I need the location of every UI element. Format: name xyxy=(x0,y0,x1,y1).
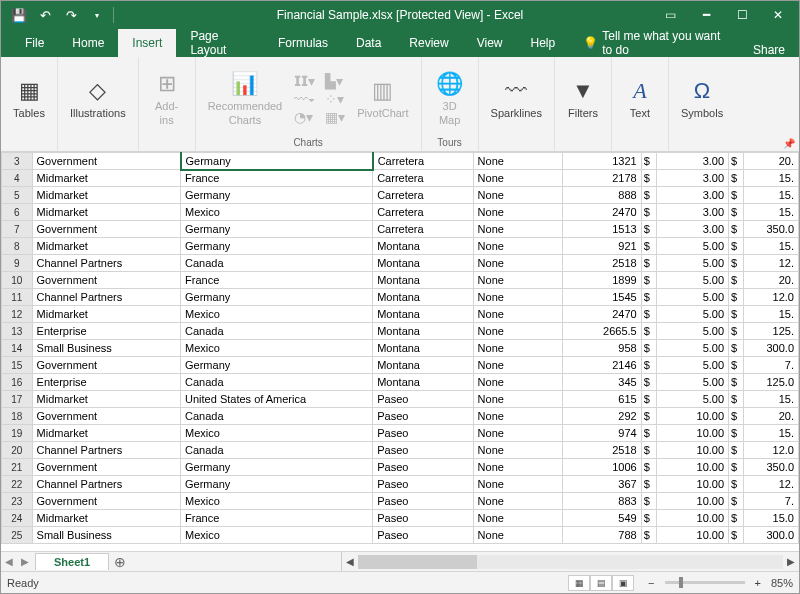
cell[interactable]: None xyxy=(473,221,563,238)
row-header[interactable]: 14 xyxy=(2,340,33,357)
cell[interactable]: $ xyxy=(641,221,656,238)
cell[interactable]: $ xyxy=(729,238,744,255)
row-header[interactable]: 20 xyxy=(2,442,33,459)
share-button[interactable]: Share xyxy=(739,43,799,57)
cell[interactable]: France xyxy=(181,272,373,289)
cell[interactable]: Midmarket xyxy=(32,510,180,527)
cell[interactable]: 2470 xyxy=(563,204,642,221)
cell[interactable]: $ xyxy=(641,187,656,204)
row-header[interactable]: 24 xyxy=(2,510,33,527)
cell[interactable]: 615 xyxy=(563,391,642,408)
row-header[interactable]: 11 xyxy=(2,289,33,306)
row-header[interactable]: 22 xyxy=(2,476,33,493)
cell[interactable]: Paseo xyxy=(373,442,473,459)
cell[interactable]: $ xyxy=(641,493,656,510)
table-row[interactable]: 20Channel PartnersCanadaPaseoNone2518$10… xyxy=(2,442,799,459)
cell[interactable]: Germany xyxy=(181,153,373,170)
row-header[interactable]: 18 xyxy=(2,408,33,425)
cell[interactable]: 5.00 xyxy=(657,238,729,255)
cell[interactable]: Montana xyxy=(373,306,473,323)
cell[interactable]: Carretera xyxy=(373,153,473,170)
cell[interactable]: $ xyxy=(641,238,656,255)
cell[interactable]: Canada xyxy=(181,323,373,340)
cell[interactable]: $ xyxy=(729,289,744,306)
cell[interactable]: 5.00 xyxy=(657,272,729,289)
cell[interactable]: $ xyxy=(641,357,656,374)
text-button[interactable]: A Text xyxy=(618,73,662,124)
row-header[interactable]: 5 xyxy=(2,187,33,204)
cell[interactable]: Carretera xyxy=(373,170,473,187)
cell[interactable]: 350.0 xyxy=(744,459,799,476)
cell[interactable]: 15. xyxy=(744,306,799,323)
cell[interactable]: Germany xyxy=(181,238,373,255)
cell[interactable]: $ xyxy=(641,204,656,221)
table-row[interactable]: 12MidmarketMexicoMontanaNone2470$5.00$15… xyxy=(2,306,799,323)
cell[interactable]: $ xyxy=(729,510,744,527)
cell[interactable]: 15. xyxy=(744,238,799,255)
cell[interactable]: 125.0 xyxy=(744,374,799,391)
cell[interactable]: Government xyxy=(32,153,180,170)
cell[interactable]: Carretera xyxy=(373,221,473,238)
ribbon-collapse-icon[interactable]: 📌 xyxy=(783,138,795,149)
cell[interactable]: Carretera xyxy=(373,204,473,221)
cell[interactable]: France xyxy=(181,510,373,527)
cell[interactable]: 2665.5 xyxy=(563,323,642,340)
cell[interactable]: 20. xyxy=(744,408,799,425)
cell[interactable]: $ xyxy=(729,187,744,204)
cell[interactable]: 345 xyxy=(563,374,642,391)
cell[interactable]: 1513 xyxy=(563,221,642,238)
cell[interactable]: $ xyxy=(641,255,656,272)
tab-formulas[interactable]: Formulas xyxy=(264,29,342,57)
cell[interactable]: $ xyxy=(641,527,656,544)
cell[interactable]: 292 xyxy=(563,408,642,425)
cell[interactable]: None xyxy=(473,442,563,459)
row-header[interactable]: 13 xyxy=(2,323,33,340)
cell[interactable]: Montana xyxy=(373,374,473,391)
cell[interactable]: $ xyxy=(729,323,744,340)
table-row[interactable]: 4MidmarketFranceCarreteraNone2178$3.00$1… xyxy=(2,170,799,187)
table-row[interactable]: 24MidmarketFrancePaseoNone549$10.00$15.0 xyxy=(2,510,799,527)
cell[interactable]: None xyxy=(473,425,563,442)
spreadsheet-grid[interactable]: 3GovernmentGermanyCarreteraNone1321$3.00… xyxy=(1,152,799,544)
table-row[interactable]: 18GovernmentCanadaPaseoNone292$10.00$20. xyxy=(2,408,799,425)
cell[interactable]: 10.00 xyxy=(657,510,729,527)
cell[interactable]: $ xyxy=(641,289,656,306)
cell[interactable]: $ xyxy=(729,204,744,221)
horizontal-scrollbar[interactable]: ◀ ▶ xyxy=(341,552,799,571)
cell[interactable]: Paseo xyxy=(373,476,473,493)
cell[interactable]: None xyxy=(473,272,563,289)
cell[interactable]: $ xyxy=(641,340,656,357)
cell[interactable]: 2178 xyxy=(563,170,642,187)
cell[interactable]: 3.00 xyxy=(657,187,729,204)
pie-chart-icon[interactable]: ◔▾ xyxy=(294,109,315,125)
cell[interactable]: Enterprise xyxy=(32,374,180,391)
close-icon[interactable]: ✕ xyxy=(761,4,795,26)
cell[interactable]: 300.0 xyxy=(744,340,799,357)
cell[interactable]: Channel Partners xyxy=(32,442,180,459)
cell[interactable]: $ xyxy=(729,425,744,442)
table-row[interactable]: 23GovernmentMexicoPaseoNone883$10.00$7. xyxy=(2,493,799,510)
cell[interactable]: Canada xyxy=(181,408,373,425)
cell[interactable]: $ xyxy=(729,442,744,459)
cell[interactable]: Mexico xyxy=(181,340,373,357)
tab-page-layout[interactable]: Page Layout xyxy=(176,29,264,57)
cell[interactable]: 12. xyxy=(744,255,799,272)
row-header[interactable]: 21 xyxy=(2,459,33,476)
surface-chart-icon[interactable]: ▦▾ xyxy=(325,109,345,125)
cell[interactable]: Enterprise xyxy=(32,323,180,340)
cell[interactable]: None xyxy=(473,255,563,272)
cell[interactable]: 5.00 xyxy=(657,255,729,272)
cell[interactable]: Paseo xyxy=(373,408,473,425)
cell[interactable]: $ xyxy=(641,459,656,476)
cell[interactable]: 1899 xyxy=(563,272,642,289)
cell[interactable]: 5.00 xyxy=(657,323,729,340)
cell[interactable]: 12.0 xyxy=(744,442,799,459)
cell[interactable]: Mexico xyxy=(181,527,373,544)
cell[interactable]: None xyxy=(473,510,563,527)
qat-more-icon[interactable]: ▾ xyxy=(87,5,107,25)
cell[interactable]: $ xyxy=(729,357,744,374)
cell[interactable]: 125. xyxy=(744,323,799,340)
cell[interactable]: Government xyxy=(32,493,180,510)
cell[interactable]: None xyxy=(473,408,563,425)
redo-icon[interactable]: ↷ xyxy=(61,5,81,25)
